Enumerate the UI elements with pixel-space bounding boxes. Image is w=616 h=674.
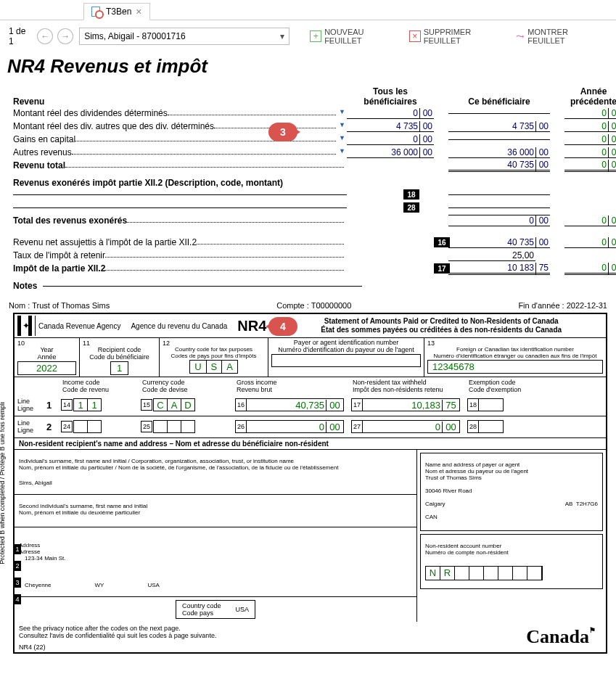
line-2: 2 [46, 422, 61, 432]
nr-account[interactable]: NR [425, 566, 543, 580]
prev-button[interactable]: ← [37, 28, 53, 44]
dropdown-icon[interactable]: ▼ [339, 134, 345, 144]
notes-input[interactable] [43, 286, 362, 287]
notes-label: Notes [13, 281, 37, 291]
new-slip-label: NOUVEAU FEUILLET [324, 28, 403, 45]
agency-en: Canada Revenue Agency [38, 322, 120, 330]
div-other-all[interactable]: 4 735 [347, 121, 419, 132]
revenue-heading: Revenu [13, 96, 347, 107]
box11-recipient-code[interactable]: 1 [110, 361, 128, 375]
recipient-name[interactable]: Sims, Abigail [19, 480, 412, 486]
close-icon[interactable]: × [136, 7, 141, 17]
slip-meta: Nom : Trust of Thomas Sims Compte : T000… [0, 300, 616, 311]
agency-fr: Agence du revenu du Canada [131, 322, 227, 330]
new-slip-button[interactable]: + NOUVEAU FEUILLET [310, 28, 403, 45]
div-other-ce[interactable]: 4 735 [448, 121, 535, 132]
tab-label: T3Ben [106, 7, 131, 17]
dropdown-icon[interactable]: ▼ [339, 108, 345, 118]
box12-country-code[interactable]: USA [189, 360, 238, 374]
box18-exemption[interactable]: 18 [467, 398, 504, 411]
show-slip-button[interactable]: ⤳ MONTRER FEUILLET [516, 28, 607, 45]
show-slip-label: MONTRER FEUILLET [527, 28, 607, 45]
protected-b-label: Protected B when completed / Protégé B u… [0, 314, 6, 652]
callout-3: 3 [268, 123, 297, 141]
row-div-other-label: Montant réel des div. autres que des div… [13, 121, 214, 131]
col-prev-year: Année précédente [564, 86, 616, 107]
payer-addr: 30046 River Road [425, 488, 598, 494]
box-16: 16 [434, 237, 450, 247]
box16-gross[interactable]: 1640,73500 [235, 398, 344, 411]
form-version: NR4 (22) [19, 644, 216, 651]
exon-heading: Revenus exonérés impôt partie XII.2 (Des… [13, 178, 607, 188]
payer-country: CAN [425, 514, 598, 520]
box24[interactable] [74, 420, 102, 433]
delete-slip-label: SUPPRIMER FEUILLET [424, 28, 511, 45]
dropdown-icon[interactable]: ▼ [339, 147, 345, 157]
total-ce: 40 735 [448, 160, 535, 172]
country-code[interactable]: USA [236, 606, 250, 613]
row-autres-label: Autres revenus [13, 147, 72, 157]
next-button[interactable]: → [57, 28, 73, 44]
payer-city: Calgary [425, 501, 445, 507]
col-all-beneficiaries: Tous les bénéficiaires [347, 86, 434, 107]
box-18: 18 [403, 189, 419, 200]
meta-compte: Compte : T00000000 [276, 301, 351, 310]
impot-label: Impôt de la partie XII.2 [13, 263, 105, 274]
recipient-city[interactable]: Cheyenne [25, 582, 51, 588]
chevron-down-icon: ▾ [280, 31, 284, 41]
row-div-det-label: Montant réel des dividendes déterminés [13, 108, 168, 118]
box-17: 17 [434, 263, 450, 274]
box25[interactable] [154, 420, 195, 433]
box17-tax[interactable]: 1710,18375 [351, 398, 460, 411]
pager: 1 de 1 ← → [9, 26, 73, 46]
recipient-prov[interactable]: WY [94, 582, 104, 588]
box26[interactable]: 26000 [235, 420, 344, 433]
box13-tin[interactable]: 12345678 [427, 360, 603, 374]
box14-income-code[interactable]: 11 [74, 398, 102, 411]
tab-bar: T3Ben × [0, 0, 616, 20]
toolbar: 1 de 1 ← → Sims, Abigail - 870001716 ▾ +… [0, 20, 616, 52]
div-det-prev: 0 [564, 108, 608, 119]
exon-desc-1[interactable] [13, 194, 347, 195]
net-label: Revenu net assujettis à l'impôt de la pa… [13, 237, 197, 247]
total-exon-label: Total des revenus exonérés [13, 215, 127, 226]
payer-name: Trust of Thomas Sims [425, 474, 598, 481]
beneficiary-select[interactable]: Sims, Abigail - 870001716 ▾ [79, 28, 289, 45]
dropdown-icon[interactable]: ▼ [339, 121, 345, 131]
div-det-all[interactable]: 0 [347, 108, 419, 119]
box-28: 28 [403, 202, 419, 213]
recipient-heading: Non-resident recipient's name and addres… [15, 438, 606, 450]
nr4-slip: Protected B when completed / Protégé B u… [13, 313, 607, 654]
delete-slip-button[interactable]: × SUPPRIMER FEUILLET [409, 28, 511, 45]
select-value: Sims, Abigail - 870001716 [84, 31, 185, 41]
payer-id-input[interactable] [271, 354, 421, 367]
page-title: NR4 Revenus et impôt [7, 55, 616, 78]
x-icon: × [409, 30, 421, 42]
slip-statement: Statement of Amounts Paid or Credited to… [276, 316, 606, 336]
tab-t3ben[interactable]: T3Ben × [83, 3, 150, 20]
document-icon [91, 7, 102, 17]
box15-currency[interactable]: CAD [154, 398, 195, 411]
meta-fin: Fin d'année : 2022-12-31 [518, 301, 607, 310]
plus-icon: + [310, 30, 321, 42]
div-det-all-dec[interactable]: 00 [419, 108, 434, 119]
canada-flag-icon: ✦ [17, 316, 32, 336]
pager-text: 1 de 1 [9, 26, 33, 46]
recipient-country[interactable]: USA [147, 582, 159, 588]
canada-wordmark: Canada⚑ [520, 623, 601, 651]
box10-year[interactable]: 2022 [17, 361, 76, 375]
line-1: 1 [46, 400, 61, 411]
row-gains-label: Gains en capital [13, 134, 75, 144]
taux-label: Taux de l'impôt à retenir [13, 250, 105, 260]
col-this-beneficiary: Ce bénéficiaire [448, 96, 550, 107]
box28[interactable]: 28 [467, 420, 504, 433]
exon-desc-2[interactable] [13, 207, 347, 208]
toggle-icon: ⤳ [516, 30, 525, 42]
meta-nom: Nom : Trust of Thomas Sims [9, 301, 110, 310]
box27[interactable]: 27000 [351, 420, 460, 433]
callout-4: 4 [268, 317, 297, 336]
recipient-addr1[interactable]: 123-34 Main St. [25, 555, 412, 562]
row-total-label: Revenu total [13, 160, 65, 170]
